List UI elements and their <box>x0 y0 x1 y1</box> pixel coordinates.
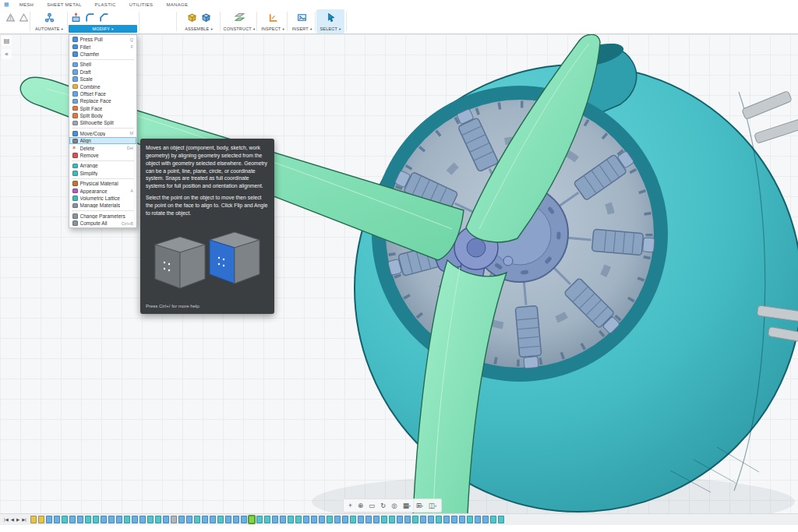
timeline-feature-58[interactable] <box>475 516 481 523</box>
new-component-icon[interactable] <box>186 12 198 23</box>
timeline-feature-22[interactable] <box>194 516 200 523</box>
timeline-feature-10[interactable] <box>101 516 107 523</box>
menu-item-compute-all[interactable]: Compute AllCtrl+B <box>69 220 136 227</box>
browser-panel-icon[interactable]: ▤ <box>2 36 12 46</box>
mesh-plane-icon[interactable] <box>19 12 30 23</box>
panel-insert[interactable]: INSERT▾ <box>288 9 316 33</box>
mesh-prism-icon[interactable] <box>5 12 16 23</box>
menu-item-replace-face[interactable]: Replace Face <box>69 97 136 104</box>
timeline-feature-17[interactable] <box>155 516 161 523</box>
fillet-icon[interactable] <box>84 12 96 23</box>
timeline-feature-30[interactable] <box>256 516 263 523</box>
timeline-feature-37[interactable] <box>311 516 317 523</box>
display-settings-button[interactable]: ▦▾ <box>401 500 413 511</box>
menu-item-draft[interactable]: Draft <box>69 69 136 76</box>
timeline-feature-56[interactable] <box>459 516 465 523</box>
timeline-feature-20[interactable] <box>178 516 185 523</box>
tab-plastic[interactable]: PLASTIC <box>95 2 116 7</box>
insert-canvas-icon[interactable] <box>296 12 308 23</box>
timeline-feature-48[interactable] <box>397 516 403 523</box>
timeline-feature-19[interactable] <box>171 516 177 523</box>
menu-item-arrange[interactable]: Arrange <box>69 162 136 169</box>
orbit-button[interactable]: ↻ <box>378 500 388 511</box>
timeline-feature-3[interactable] <box>46 516 52 523</box>
menu-item-align[interactable]: Align <box>69 137 136 144</box>
fit-button[interactable]: ▭ <box>366 500 377 511</box>
panel-select[interactable]: SELECT▾ <box>316 9 344 33</box>
timeline-feature-21[interactable] <box>186 516 192 523</box>
tab-sheet-metal[interactable]: SHEET METAL <box>47 2 81 7</box>
menu-item-combine[interactable]: Combine <box>69 83 136 90</box>
step-forward-button[interactable]: ▶| <box>22 517 26 522</box>
timeline-feature-13[interactable] <box>124 516 130 523</box>
timeline-feature-26[interactable] <box>225 516 231 523</box>
timeline-feature-25[interactable] <box>217 516 224 523</box>
menu-item-manage-materials[interactable]: Manage Materials <box>69 202 136 209</box>
timeline-feature-46[interactable] <box>381 516 387 523</box>
tab-mesh[interactable]: MESH <box>19 2 34 7</box>
timeline-feature-9[interactable] <box>93 516 99 523</box>
menu-item-chamfer[interactable]: Chamfer <box>69 51 136 58</box>
timeline-feature-23[interactable] <box>202 516 208 523</box>
timeline-feature-47[interactable] <box>389 516 395 523</box>
timeline-feature-61[interactable] <box>498 516 504 523</box>
menu-item-appearance[interactable]: AppearanceA <box>69 187 136 194</box>
menu-item-offset-face[interactable]: Offset Face <box>69 90 136 97</box>
timeline-feature-28[interactable] <box>241 516 247 523</box>
timeline-feature-49[interactable] <box>404 516 411 523</box>
timeline-feature-32[interactable] <box>272 516 278 523</box>
menu-item-change-parameters[interactable]: Change Parameters <box>69 213 136 220</box>
timeline-feature-41[interactable] <box>342 516 348 523</box>
timeline-feature-12[interactable] <box>116 516 122 523</box>
timeline-feature-29[interactable] <box>249 516 255 523</box>
timeline-feature-57[interactable] <box>467 516 473 523</box>
timeline-feature-5[interactable] <box>62 516 68 523</box>
menu-item-fillet[interactable]: FilletF <box>69 43 136 50</box>
timeline-feature-24[interactable] <box>210 516 216 523</box>
panel-construct[interactable]: CONSTRUCT▾ <box>221 9 257 33</box>
timeline-feature-27[interactable] <box>233 516 239 523</box>
timeline-feature-51[interactable] <box>420 516 426 523</box>
collapse-browser-icon[interactable]: « <box>2 49 12 59</box>
menu-item-split-face[interactable]: Split Face <box>69 105 136 112</box>
look-at-button[interactable]: ◎ <box>389 500 399 511</box>
timeline-feature-1[interactable] <box>30 516 37 523</box>
go-to-start-button[interactable]: |◀ <box>4 517 9 522</box>
timeline-feature-18[interactable] <box>163 516 169 523</box>
timeline-feature-15[interactable] <box>139 516 146 523</box>
chamfer-icon[interactable] <box>98 12 110 23</box>
timeline-feature-55[interactable] <box>451 516 457 523</box>
press-pull-icon[interactable] <box>70 12 82 23</box>
timeline-feature-2[interactable] <box>38 516 44 523</box>
timeline-feature-39[interactable] <box>327 516 333 523</box>
menu-item-remove[interactable]: Remove <box>69 152 136 159</box>
panel-assemble[interactable]: ASSEMBLE▾ <box>178 9 220 33</box>
timeline-feature-36[interactable] <box>303 516 309 523</box>
timeline-feature-60[interactable] <box>490 516 496 523</box>
viewports-button[interactable]: ◫▾ <box>426 500 439 511</box>
timeline-feature-8[interactable] <box>85 516 91 523</box>
select-cursor-icon[interactable] <box>325 12 337 23</box>
panel-modify[interactable]: MODIFY▾ <box>69 9 137 33</box>
timeline-feature-45[interactable] <box>373 516 380 523</box>
timeline-feature-34[interactable] <box>288 516 294 523</box>
panel-automate[interactable]: AUTOMATE▾ <box>31 9 67 33</box>
menu-item-silhouette-split[interactable]: Silhouette Split <box>69 119 136 126</box>
timeline-feature-44[interactable] <box>365 516 372 523</box>
timeline-feature-42[interactable] <box>350 516 356 523</box>
timeline-feature-40[interactable] <box>334 516 341 523</box>
timeline-feature-33[interactable] <box>280 516 286 523</box>
tab-manage[interactable]: MANAGE <box>166 2 188 7</box>
application-menu-icon[interactable]: ▦ <box>0 0 13 9</box>
panel-inspect[interactable]: INSPECT▾ <box>258 9 288 33</box>
construction-plane-icon[interactable] <box>234 12 245 23</box>
timeline-feature-14[interactable] <box>132 516 138 523</box>
step-back-button[interactable]: ◀ <box>11 517 14 522</box>
timeline-feature-4[interactable] <box>54 516 60 523</box>
timeline-feature-52[interactable] <box>428 516 434 523</box>
menu-item-scale[interactable]: Scale <box>69 76 136 83</box>
menu-item-volumetric-lattice[interactable]: Volumetric Lattice <box>69 195 136 202</box>
tab-utilities[interactable]: UTILITIES <box>129 2 154 7</box>
menu-item-press-pull[interactable]: Press PullQ <box>69 36 136 43</box>
zoom-button[interactable]: ⊕ <box>355 500 365 511</box>
